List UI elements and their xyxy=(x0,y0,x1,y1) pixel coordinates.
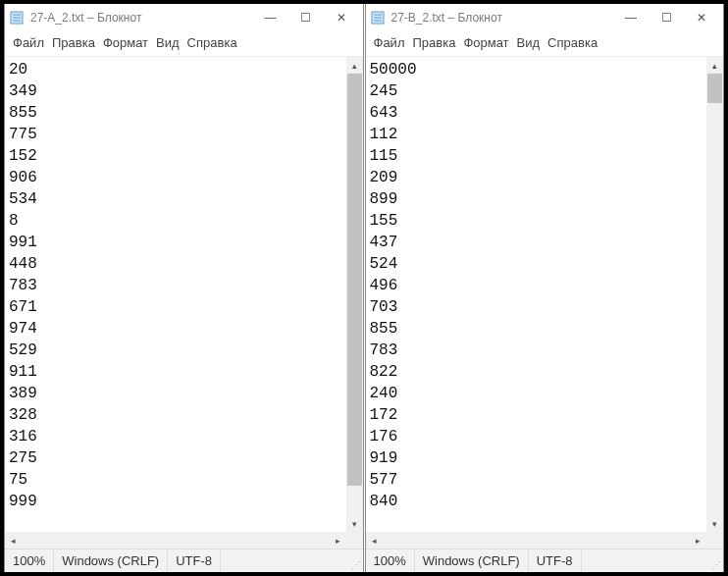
scroll-right-icon[interactable]: ▸ xyxy=(690,536,706,546)
scroll-corner xyxy=(706,532,723,549)
resize-grip-icon[interactable]: ⋰ xyxy=(346,550,363,572)
horizontal-scrollbar-left[interactable]: ◂ ▸ xyxy=(5,532,346,549)
status-eol: Windows (CRLF) xyxy=(415,550,529,572)
resize-grip-icon[interactable]: ⋰ xyxy=(706,550,723,572)
notepad-left: 27-A_2.txt – Блокнот — ☐ ✕ Файл Правка Ф… xyxy=(4,4,364,572)
status-zoom: 100% xyxy=(5,550,54,572)
scroll-down-icon[interactable]: ▾ xyxy=(346,515,363,532)
notepad-icon xyxy=(370,10,386,26)
status-encoding: UTF-8 xyxy=(529,550,582,572)
notepad-right: 27-B_2.txt – Блокнот — ☐ ✕ Файл Правка Ф… xyxy=(365,4,725,572)
minimize-button[interactable]: — xyxy=(621,11,641,25)
titlebar-left[interactable]: 27-A_2.txt – Блокнот — ☐ ✕ xyxy=(5,4,363,31)
vertical-scrollbar-left[interactable]: ▴ ▾ xyxy=(346,57,363,532)
status-zoom: 100% xyxy=(366,550,415,572)
minimize-button[interactable]: — xyxy=(261,11,281,25)
close-button[interactable]: ✕ xyxy=(332,11,351,25)
menu-format[interactable]: Формат xyxy=(103,35,148,50)
menu-file[interactable]: Файл xyxy=(13,35,44,50)
menubar-left: Файл Правка Формат Вид Справка xyxy=(5,31,363,57)
status-encoding: UTF-8 xyxy=(168,550,221,572)
menu-file[interactable]: Файл xyxy=(374,35,405,50)
window-title: 27-A_2.txt – Блокнот xyxy=(30,11,261,25)
scroll-up-icon[interactable]: ▴ xyxy=(346,57,363,74)
dual-notepad-container: 27-A_2.txt – Блокнот — ☐ ✕ Файл Правка Ф… xyxy=(4,4,724,572)
menubar-right: Файл Правка Формат Вид Справка xyxy=(366,31,724,57)
maximize-button[interactable]: ☐ xyxy=(656,11,676,25)
text-content-right[interactable]: 50000 245 643 112 115 209 899 155 437 52… xyxy=(366,57,707,532)
statusbar-right: 100% Windows (CRLF) UTF-8 ⋰ xyxy=(366,549,724,572)
menu-view[interactable]: Вид xyxy=(156,35,180,50)
menu-help[interactable]: Справка xyxy=(547,35,598,50)
scroll-left-icon[interactable]: ◂ xyxy=(366,536,383,546)
status-eol: Windows (CRLF) xyxy=(54,550,168,572)
menu-format[interactable]: Формат xyxy=(463,35,508,50)
menu-help[interactable]: Справка xyxy=(187,35,237,50)
menu-edit[interactable]: Правка xyxy=(52,35,95,50)
menu-edit[interactable]: Правка xyxy=(412,35,455,50)
scroll-up-icon[interactable]: ▴ xyxy=(706,57,723,74)
maximize-button[interactable]: ☐ xyxy=(296,11,316,25)
text-content-left[interactable]: 20 349 855 775 152 906 534 8 991 448 783… xyxy=(5,57,346,532)
scroll-left-icon[interactable]: ◂ xyxy=(5,536,22,546)
titlebar-right[interactable]: 27-B_2.txt – Блокнот — ☐ ✕ xyxy=(366,4,724,31)
scroll-corner xyxy=(346,532,363,549)
scroll-down-icon[interactable]: ▾ xyxy=(706,515,723,532)
scroll-right-icon[interactable]: ▸ xyxy=(330,536,346,546)
scroll-thumb[interactable] xyxy=(347,74,362,486)
window-title: 27-B_2.txt – Блокнот xyxy=(391,11,622,25)
close-button[interactable]: ✕ xyxy=(692,11,711,25)
scroll-thumb[interactable] xyxy=(707,74,722,103)
notepad-icon xyxy=(9,10,25,26)
horizontal-scrollbar-right[interactable]: ◂ ▸ xyxy=(366,532,707,549)
vertical-scrollbar-right[interactable]: ▴ ▾ xyxy=(706,57,723,532)
statusbar-left: 100% Windows (CRLF) UTF-8 ⋰ xyxy=(5,549,363,572)
menu-view[interactable]: Вид xyxy=(517,35,541,50)
